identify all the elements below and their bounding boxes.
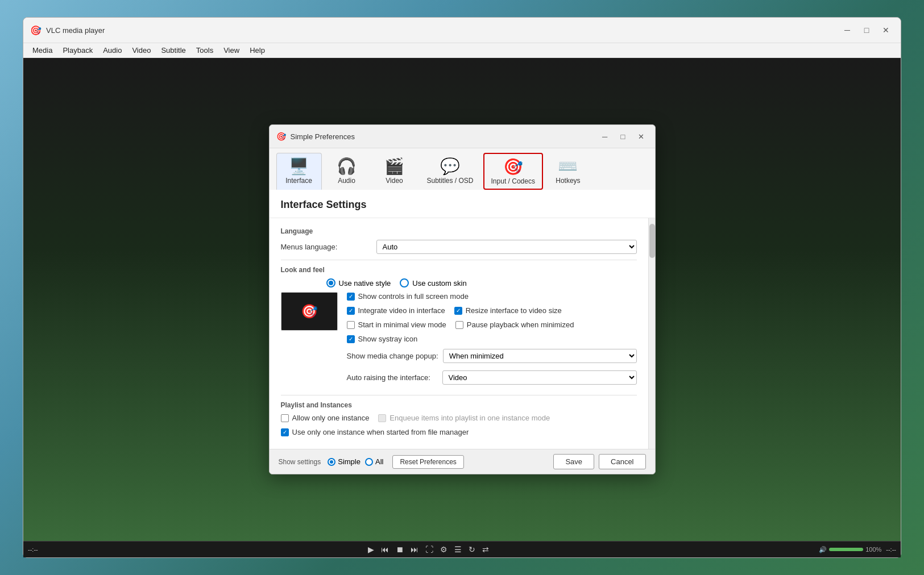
integrate-video-checkbox[interactable] (347, 307, 355, 315)
enqueue-items-checkbox-row[interactable]: Enqueue items into playlist in one insta… (378, 414, 550, 422)
start-minimal-checkbox[interactable] (347, 321, 355, 329)
settings-title: Interface Settings (270, 190, 655, 218)
minimize-button[interactable]: ─ (839, 22, 855, 38)
native-style-option[interactable]: Use native style (326, 278, 391, 288)
tab-input-codecs[interactable]: 🎯 Input / Codecs (483, 153, 543, 190)
file-manager-instance-label: Use only one instance when started from … (292, 428, 469, 436)
interface-preview: 🎯 (281, 292, 338, 331)
menu-subtitle[interactable]: Subtitle (156, 44, 190, 56)
native-style-radio[interactable] (326, 278, 335, 288)
simple-radio-btn[interactable] (328, 458, 335, 466)
volume-fill (829, 548, 863, 551)
menu-audio[interactable]: Audio (98, 44, 126, 56)
menu-help[interactable]: Help (245, 44, 270, 56)
audio-tab-label: Audio (338, 177, 355, 185)
prev-button[interactable]: ⏮ (379, 544, 391, 555)
custom-skin-radio[interactable] (400, 278, 409, 288)
fullscreen-button[interactable]: ⛶ (423, 544, 436, 555)
integrate-video-checkbox-row[interactable]: Integrate video in interface (347, 306, 445, 315)
volume-label: 100% (865, 546, 881, 553)
show-systray-checkbox-row[interactable]: Show systray icon (347, 335, 418, 343)
random-button[interactable]: ⇄ (480, 544, 491, 555)
video-tab-icon: 🎬 (384, 157, 404, 176)
menus-language-label: Menus language: (281, 243, 372, 251)
playlist-button[interactable]: ☰ (452, 544, 464, 555)
custom-skin-label: Use custom skin (412, 279, 466, 288)
loop-button[interactable]: ↻ (466, 544, 478, 555)
all-radio-btn[interactable] (365, 458, 373, 466)
playlist-section: Allow only one instance Enqueue items in… (281, 414, 637, 439)
play-button[interactable]: ▶ (366, 544, 376, 555)
style-radio-row: Use native style Use custom skin (281, 278, 637, 288)
pause-minimized-checkbox[interactable] (455, 321, 463, 329)
controls-area: 🎯 Show controls in full screen mode (281, 292, 637, 389)
volume-bar[interactable] (829, 548, 863, 551)
file-manager-instance-checkbox[interactable] (281, 428, 289, 436)
show-controls-checkbox-row[interactable]: Show controls in full screen mode (347, 292, 469, 301)
reset-preferences-button[interactable]: Reset Preferences (392, 455, 463, 469)
video-tab-label: Video (386, 177, 403, 185)
pause-minimized-checkbox-row[interactable]: Pause playback when minimized (455, 320, 574, 329)
media-popup-label: Show media change popup: (347, 352, 438, 360)
menu-media[interactable]: Media (28, 44, 57, 56)
resize-interface-checkbox-row[interactable]: Resize interface to video size (454, 306, 562, 315)
next-button[interactable]: ⏭ (408, 544, 421, 555)
extended-settings-button[interactable]: ⚙ (438, 544, 450, 555)
save-button[interactable]: Save (553, 454, 594, 469)
dialog-maximize-button[interactable]: □ (616, 130, 630, 143)
simple-radio-option[interactable]: Simple (328, 457, 361, 466)
custom-skin-option[interactable]: Use custom skin (400, 278, 466, 288)
menu-video[interactable]: Video (127, 44, 155, 56)
checkbox-row-2: Integrate video in interface Resize inte… (347, 306, 637, 318)
subtitles-tab-label: Subtitles / OSD (427, 177, 474, 185)
tab-video[interactable]: 🎬 Video (372, 153, 417, 190)
show-controls-checkbox[interactable] (347, 293, 355, 301)
scrollbar-track[interactable] (648, 218, 655, 449)
one-instance-checkbox-row[interactable]: Allow only one instance (281, 414, 370, 422)
menu-view[interactable]: View (219, 44, 244, 56)
language-section-header: Language (281, 227, 637, 235)
scrollbar-thumb[interactable] (649, 224, 655, 258)
dialog-title: Simple Preferences (291, 132, 594, 141)
media-popup-row: Show media change popup: When minimized (347, 349, 637, 363)
subtitles-tab-icon: 💬 (440, 157, 460, 176)
dialog-minimize-button[interactable]: ─ (598, 130, 612, 143)
stop-button[interactable]: ⏹ (393, 544, 406, 555)
playlist-row-1: Allow only one instance Enqueue items in… (281, 414, 637, 425)
menu-playback[interactable]: Playback (58, 44, 97, 56)
audio-tab-icon: 🎧 (337, 157, 357, 176)
show-settings-label: Show settings (279, 458, 321, 466)
tab-hotkeys[interactable]: ⌨️ Hotkeys (545, 153, 591, 190)
show-systray-label: Show systray icon (358, 335, 418, 343)
tab-audio[interactable]: 🎧 Audio (324, 153, 370, 190)
all-radio-option[interactable]: All (365, 457, 383, 466)
resize-interface-label: Resize interface to video size (466, 306, 562, 315)
one-instance-checkbox[interactable] (281, 414, 289, 422)
dialog-close-button[interactable]: ✕ (635, 130, 648, 143)
vlc-window: 🎯 VLC media player ─ □ ✕ Media Playback … (23, 17, 901, 558)
maximize-button[interactable]: □ (859, 22, 875, 38)
dialog-title-bar: 🎯 Simple Preferences ─ □ ✕ (270, 125, 655, 148)
auto-raising-select[interactable]: Video (442, 370, 637, 385)
menu-tools[interactable]: Tools (192, 44, 218, 56)
checkboxes-col: Show controls in full screen mode Integr… (347, 292, 637, 389)
cancel-button[interactable]: Cancel (599, 454, 645, 469)
close-button[interactable]: ✕ (878, 22, 894, 38)
settings-content: Language Menus language: Auto Look and f… (270, 218, 648, 449)
main-content: 🎯 Simple Preferences ─ □ ✕ 🖥️ Interface (23, 58, 901, 541)
one-instance-label: Allow only one instance (292, 414, 370, 422)
show-systray-checkbox[interactable] (347, 335, 355, 343)
window-controls: ─ □ ✕ (839, 22, 894, 38)
pause-minimized-label: Pause playback when minimized (467, 320, 574, 329)
checkbox-row-3: Start in minimal view mode Pause playbac… (347, 320, 637, 332)
start-minimal-checkbox-row[interactable]: Start in minimal view mode (347, 320, 446, 329)
bottom-bar: --:-- ▶ ⏮ ⏹ ⏭ ⛶ ⚙ ☰ ↻ ⇄ 🔊 100% --:-- (23, 541, 901, 557)
resize-interface-checkbox[interactable] (454, 307, 462, 315)
menus-language-select[interactable]: Auto (376, 240, 637, 254)
tab-interface[interactable]: 🖥️ Interface (276, 153, 322, 190)
auto-raising-label: Auto raising the interface: (347, 373, 438, 382)
tab-subtitles[interactable]: 💬 Subtitles / OSD (420, 153, 481, 190)
enqueue-items-checkbox[interactable] (378, 414, 386, 422)
media-popup-select[interactable]: When minimized (443, 349, 637, 363)
file-manager-instance-checkbox-row[interactable]: Use only one instance when started from … (281, 428, 469, 436)
